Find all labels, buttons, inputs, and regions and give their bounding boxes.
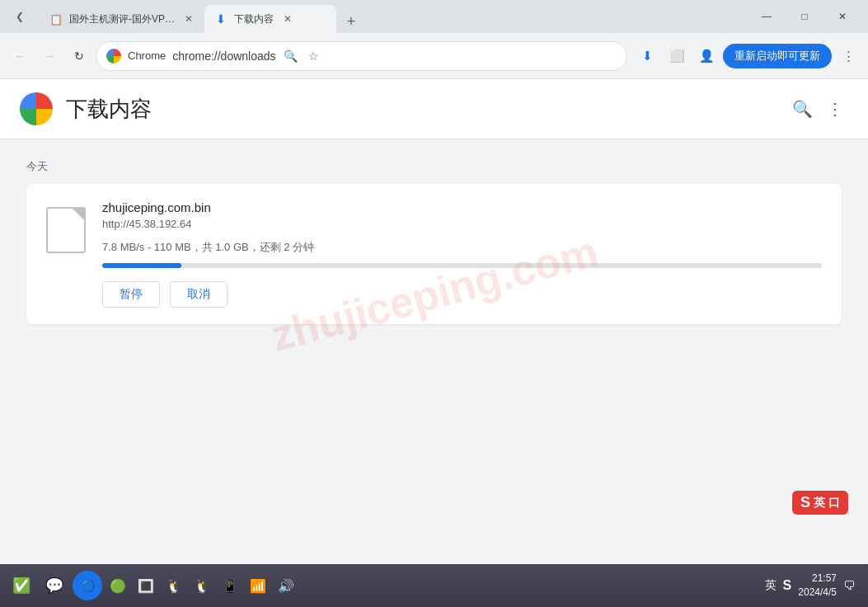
forward-button[interactable]: → xyxy=(36,43,63,69)
taskbar-right: 英 S 21:57 2024/4/5 🗨 xyxy=(765,572,861,600)
maximize-button[interactable]: □ xyxy=(786,0,823,33)
address-bar[interactable]: Chrome chrome://downloads 🔍 ☆ xyxy=(96,41,627,71)
tab1-favicon: 📋 xyxy=(49,12,63,26)
progress-bar-container xyxy=(102,263,822,268)
tab-scroll-back[interactable]: ❮ xyxy=(7,3,33,30)
page-content: 下载内容 🔍 ⋮ zhujiceping.com 今天 zhujiceping.… xyxy=(0,79,868,564)
chrome-logo xyxy=(20,92,53,125)
sogou-label: 英 口 xyxy=(814,496,840,511)
clock-time: 21:57 xyxy=(798,572,837,586)
taskbar-sound-icon[interactable]: 🔊 xyxy=(274,573,298,598)
chrome-favicon xyxy=(106,49,121,64)
section-today-label: 今天 xyxy=(26,159,842,174)
address-url: chrome://downloads xyxy=(172,49,275,63)
close-button[interactable]: ✕ xyxy=(823,0,861,33)
taskbar-clock[interactable]: 21:57 2024/4/5 xyxy=(798,572,837,600)
tab-strip: 📋 国外主机测评-国外VPS、国... ✕ ⬇ 下载内容 ✕ + xyxy=(40,0,744,33)
menu-icon[interactable]: ⋮ xyxy=(835,43,861,69)
taskbar-wechat-app[interactable]: 💬 xyxy=(40,571,69,600)
chrome-label: Chrome xyxy=(128,49,166,62)
profile-icon[interactable]: 👤 xyxy=(693,43,720,69)
taskbar-penguin2-icon[interactable]: 🐧 xyxy=(190,573,214,598)
bookmark-icon[interactable]: ☆ xyxy=(306,48,322,64)
toolbar-icons: ⬇ ⬜ 👤 重新启动即可更新 ⋮ xyxy=(634,43,861,69)
file-icon xyxy=(46,207,86,253)
reload-button[interactable]: ↻ xyxy=(66,43,92,69)
page-title: 下载内容 xyxy=(66,95,152,124)
tab-2[interactable]: ⬇ 下载内容 ✕ xyxy=(204,5,336,33)
search-icon[interactable]: 🔍 xyxy=(283,48,299,64)
download-filename: zhujiceping.com.bin xyxy=(102,200,822,214)
extension-icon[interactable]: ⬜ xyxy=(664,43,690,69)
page-header: 下载内容 🔍 ⋮ xyxy=(0,79,868,139)
back-button[interactable]: ← xyxy=(7,43,33,69)
taskbar-check-app[interactable]: ✅ xyxy=(7,571,36,600)
progress-bar-fill xyxy=(102,263,181,268)
sogou-badge: S 英 口 xyxy=(792,491,848,515)
tab1-close[interactable]: ✕ xyxy=(182,12,195,26)
download-card: zhujiceping.com.bin http://45.38.192.64 … xyxy=(26,184,842,324)
download-actions: 暂停 取消 xyxy=(102,281,822,308)
taskbar-wifi-icon[interactable]: 📶 xyxy=(246,573,270,598)
pause-button[interactable]: 暂停 xyxy=(102,281,160,308)
tab1-title: 国外主机测评-国外VPS、国... xyxy=(69,12,176,26)
sogou-s-icon: S xyxy=(800,494,810,511)
cancel-button[interactable]: 取消 xyxy=(170,281,228,308)
sogou-taskbar-icon[interactable]: S xyxy=(783,578,792,593)
address-bar-row: ← → ↻ Chrome chrome://downloads 🔍 ☆ ⬇ ⬜ … xyxy=(0,33,868,79)
tab-1[interactable]: 📋 国外主机测评-国外VPS、国... ✕ xyxy=(40,5,204,33)
more-options-icon[interactable]: ⋮ xyxy=(822,96,848,122)
ime-label[interactable]: 英 xyxy=(765,578,777,593)
page-header-actions: 🔍 ⋮ xyxy=(789,96,848,122)
taskbar-grid-icon[interactable]: 🔳 xyxy=(134,573,158,598)
downloads-icon[interactable]: ⬇ xyxy=(634,43,660,69)
new-tab-button[interactable]: + xyxy=(340,10,363,33)
download-url: http://45.38.192.64 xyxy=(102,218,822,230)
taskbar-penguin1-icon[interactable]: 🐧 xyxy=(162,573,186,598)
search-page-icon[interactable]: 🔍 xyxy=(789,96,815,122)
title-bar: ❮ 📋 国外主机测评-国外VPS、国... ✕ ⬇ 下载内容 ✕ + — □ ✕ xyxy=(0,0,868,33)
taskbar: ✅ 💬 🔵 🟢 🔳 🐧 🐧 📱 📶 🔊 英 S 21:57 2024/4/5 🗨 xyxy=(0,564,868,607)
download-info: zhujiceping.com.bin http://45.38.192.64 … xyxy=(102,200,822,308)
downloads-area: 今天 zhujiceping.com.bin http://45.38.192.… xyxy=(0,139,868,344)
minimize-button[interactable]: — xyxy=(748,0,786,33)
taskbar-nvidia-icon[interactable]: 🟢 xyxy=(106,573,130,598)
clock-date: 2024/4/5 xyxy=(798,586,837,600)
tab2-title: 下载内容 xyxy=(234,12,274,26)
tab2-close[interactable]: ✕ xyxy=(280,12,295,26)
title-bar-controls: ❮ xyxy=(7,3,33,30)
taskbar-bluetooth-app[interactable]: 🔵 xyxy=(73,571,102,600)
notification-icon[interactable]: 🗨 xyxy=(843,579,855,592)
download-status: 7.8 MB/s - 110 MB，共 1.0 GB，还剩 2 分钟 xyxy=(102,240,822,255)
taskbar-phone-icon[interactable]: 📱 xyxy=(218,573,242,598)
update-button[interactable]: 重新启动即可更新 xyxy=(723,44,832,68)
tab2-favicon: ⬇ xyxy=(214,12,228,26)
window-controls: — □ ✕ xyxy=(748,0,861,33)
